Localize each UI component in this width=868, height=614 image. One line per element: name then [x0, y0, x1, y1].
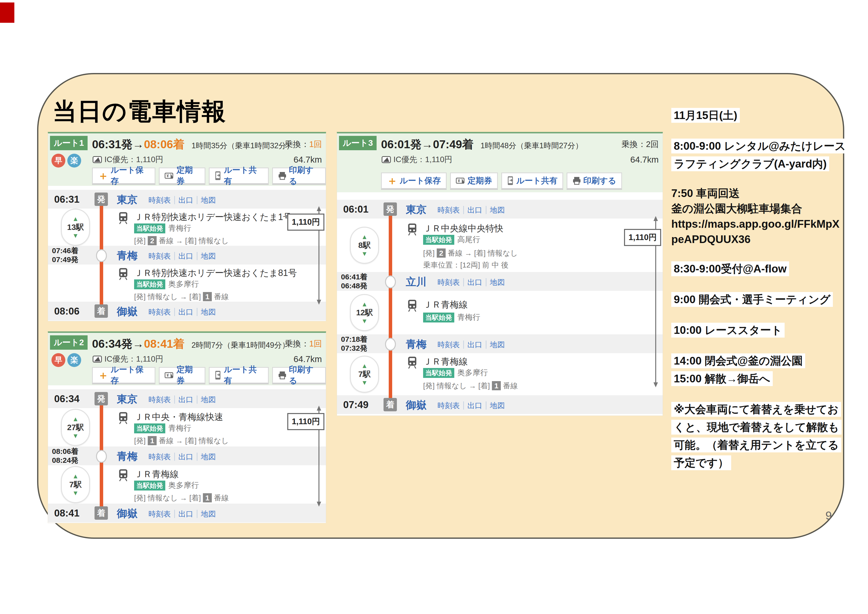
save-route-button[interactable]: ＋ルート保存 [92, 167, 155, 184]
transfer-circle [385, 276, 396, 288]
timetable-link[interactable]: 時刻表 [145, 395, 175, 404]
schedule-line: 11月15日(土) [671, 108, 740, 123]
station-links: 時刻表出口地図 [145, 452, 219, 462]
train-icon [118, 268, 129, 281]
station-links: 時刻表出口地図 [145, 395, 219, 405]
station-name-link[interactable]: 東京 [117, 392, 138, 406]
station-links: 時刻表出口地図 [145, 307, 219, 317]
commuter-pass-button[interactable]: ¥定期券 [159, 167, 205, 184]
stops-expander[interactable]: ▲27駅▼ [61, 409, 90, 446]
transfer-circle [96, 450, 107, 463]
map-link[interactable]: 地図 [197, 453, 219, 461]
station-name-link[interactable]: 青梅 [117, 450, 138, 463]
map-link[interactable]: 地図 [487, 278, 508, 286]
timetable-link[interactable]: 時刻表 [434, 402, 464, 409]
map-link[interactable]: 地図 [197, 252, 219, 260]
map-link[interactable]: 地図 [487, 402, 508, 409]
station-times: 06:41着06:48発 [341, 273, 367, 290]
schedule-line: 14:00 閉会式@釜の淵公園 [671, 354, 805, 368]
timetable-link[interactable]: 時刻表 [434, 206, 464, 214]
platform-info: [発] 情報なし → [着]1番線 [134, 292, 229, 302]
transfer-count: 乗換：1回 [285, 139, 322, 150]
exit-link[interactable]: 出口 [175, 196, 197, 204]
exit-link[interactable]: 出口 [464, 341, 487, 349]
save-route-button[interactable]: ＋ルート保存 [381, 172, 446, 189]
stops-expander[interactable]: ▲13駅▼ [61, 209, 90, 246]
map-link[interactable]: 地図 [487, 341, 508, 349]
timetable-link[interactable]: 時刻表 [434, 278, 464, 286]
timetable-link[interactable]: 時刻表 [145, 308, 175, 316]
fare-box: 1,110円 [287, 214, 324, 231]
exit-link[interactable]: 出口 [175, 453, 197, 461]
station-row-mitake: 08:41 御嶽 時刻表出口地図 [48, 504, 326, 523]
schedule-line: くと、現地で着替えをして解散も [671, 420, 842, 434]
timetable-link[interactable]: 時刻表 [145, 453, 175, 461]
exit-link[interactable]: 出口 [464, 206, 487, 214]
fare-arrow-up-icon [317, 406, 321, 411]
exit-link[interactable]: 出口 [175, 395, 197, 404]
timetable-link[interactable]: 時刻表 [145, 196, 175, 204]
arrive-time: 08:41着 [144, 337, 184, 350]
share-route-button[interactable]: ルート共有 [209, 367, 269, 383]
depart-time: 06:01発 [381, 138, 422, 151]
route-1-header: ルート1 06:31発→08:06着 1時間35分（乗車1時間32分） 乗換：1… [48, 133, 326, 186]
train-icon [118, 412, 129, 425]
print-button[interactable]: 印刷する [272, 367, 326, 383]
train-icon [118, 469, 129, 482]
route-3-actions: ＋ルート保存 ¥定期券 ルート共有 印刷する [381, 172, 622, 189]
origin-line: 当駅始発青梅行 [423, 312, 480, 323]
save-route-button[interactable]: ＋ルート保存 [92, 367, 155, 383]
share-route-button[interactable]: ルート共有 [501, 172, 563, 189]
print-button[interactable]: 印刷する [567, 172, 622, 189]
station-name-link[interactable]: 御嶽 [117, 507, 138, 521]
exit-link[interactable]: 出口 [464, 402, 487, 409]
commuter-pass-button[interactable]: ¥定期券 [450, 172, 498, 189]
station-name-link[interactable]: 立川 [406, 275, 426, 289]
timetable-link[interactable]: 時刻表 [145, 510, 175, 518]
commuter-pass-button[interactable]: ¥定期券 [159, 367, 205, 383]
map-link[interactable]: 地図 [197, 308, 219, 316]
schedule-line: 8:00-9:00 レンタル@みたけレース [671, 139, 848, 154]
schedule-group-race: 10:00 レーススタート [671, 323, 845, 338]
station-name-link[interactable]: 御嶽 [406, 398, 426, 412]
station-name-link[interactable]: 青梅 [117, 249, 138, 263]
station-time: 08:06 [54, 305, 79, 317]
exit-link[interactable]: 出口 [175, 308, 197, 316]
map-link[interactable]: 地図 [487, 206, 508, 214]
printer-icon [572, 176, 581, 185]
timetable-link[interactable]: 時刻表 [145, 252, 175, 260]
exit-link[interactable]: 出口 [175, 252, 197, 260]
chevron-up-icon: ▲ [361, 301, 368, 308]
map-link[interactable]: 地図 [197, 196, 219, 204]
route-1-actions: ＋ルート保存 ¥定期券 ルート共有 印刷する [92, 167, 326, 184]
route-2-header: ルート2 06:34発→08:41着 2時間7分（乗車1時間49分） 乗換：1回… [48, 333, 326, 385]
exit-link[interactable]: 出口 [175, 510, 197, 518]
destination: 青梅行 [168, 424, 191, 433]
schedule-line: 8:30-9:00受付@A-flow [671, 261, 789, 276]
fare-arrow-down-icon [317, 502, 321, 507]
stops-expander[interactable]: ▲12駅▼ [350, 294, 379, 331]
share-route-button[interactable]: ルート共有 [209, 167, 269, 184]
stops-count: 13駅 [67, 222, 84, 232]
station-name-link[interactable]: 東京 [117, 193, 138, 207]
exit-link[interactable]: 出口 [464, 278, 487, 286]
printer-icon [278, 171, 287, 180]
schedule-group-date: 11月15日(土) [671, 108, 845, 123]
stops-expander[interactable]: ▲7駅▼ [61, 466, 90, 503]
stops-expander[interactable]: ▲8駅▼ [350, 227, 379, 264]
platform-number-badge: 1 [148, 436, 157, 445]
ticket-card-icon: ¥ [456, 177, 466, 185]
train-icon [118, 212, 129, 225]
station-name-link[interactable]: 御嶽 [117, 305, 138, 318]
map-link[interactable]: 地図 [197, 395, 219, 404]
plus-icon: ＋ [387, 176, 398, 186]
station-name-link[interactable]: 東京 [406, 203, 426, 217]
depart-time: 06:34発 [92, 337, 133, 350]
print-button[interactable]: 印刷する [272, 167, 326, 184]
printer-icon [278, 371, 287, 380]
timetable-link[interactable]: 時刻表 [434, 341, 464, 349]
map-link[interactable]: 地図 [197, 510, 219, 518]
fare-box: 1,110円 [287, 413, 324, 430]
stops-expander[interactable]: ▲7駅▼ [350, 356, 379, 393]
station-name-link[interactable]: 青梅 [406, 337, 426, 351]
